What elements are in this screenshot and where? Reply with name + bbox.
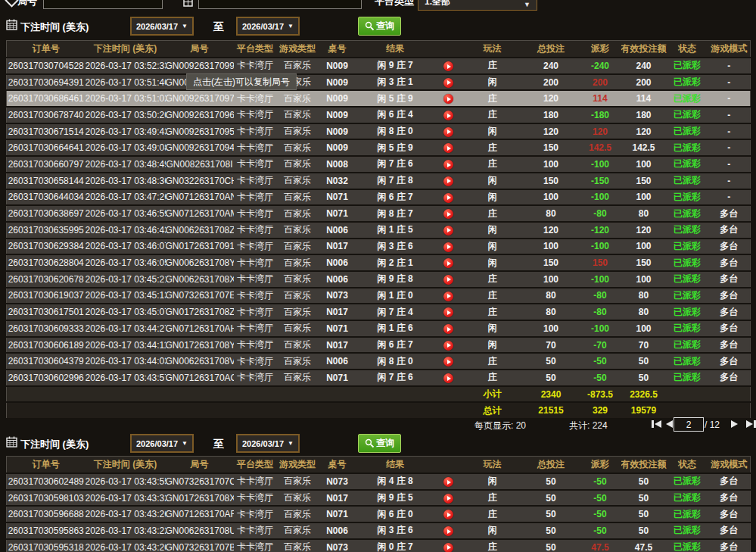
round-id-cell[interactable]: GN01726317091 [166,239,234,255]
replay-icon[interactable] [434,222,462,239]
date-to-select-2[interactable]: 2026/03/17▼ [236,434,300,453]
replay-icon[interactable] [434,490,462,507]
replay-icon[interactable] [434,189,462,206]
round-id-cell[interactable]: GN0082631708I [166,156,234,173]
table-row[interactable]: 2603170305981032026-03-17 03:43:32GN0172… [7,490,751,507]
round-id-cell[interactable]: GN0732631707E [166,288,234,304]
replay-play-icon[interactable] [443,324,453,334]
table-row[interactable]: 2603170305953182026-03-17 03:43:20GN0732… [7,539,751,552]
replay-play-icon[interactable] [443,341,453,351]
replay-icon[interactable] [434,58,462,74]
date-to-select[interactable]: 2026/03/17▼ [236,17,300,36]
round-id-cell[interactable]: GN0172631708Z [166,304,234,320]
replay-play-icon[interactable] [443,61,453,71]
date-from-select[interactable]: 2026/03/17▼ [130,17,194,36]
replay-icon[interactable] [434,254,462,271]
next-page-button[interactable] [731,420,738,428]
replay-icon[interactable] [434,320,462,337]
round-id-cell[interactable]: GN071263170AF [166,506,234,522]
round-id-cell[interactable]: GN0732631707C [166,473,234,490]
round-id-cell[interactable]: GN0172631708X [166,490,234,507]
round-id-cell[interactable]: GN0062631708Z [166,222,234,239]
replay-play-icon[interactable] [443,143,453,153]
prev-page-button[interactable] [666,420,673,428]
replay-icon[interactable] [434,288,462,304]
page-input[interactable] [674,417,704,432]
table-row[interactable]: 2603170306029962026-03-17 03:43:57GN0712… [7,370,751,386]
round-id-cell[interactable]: GN0062631708U [166,522,234,539]
round-id-cell[interactable]: GN071263170AG [166,370,234,386]
table-row[interactable]: 2603170306646412026-03-17 03:49:08GN0092… [7,139,751,156]
replay-icon[interactable] [434,304,462,320]
replay-icon[interactable] [434,74,462,91]
replay-play-icon[interactable] [443,111,453,120]
round-id-cell[interactable]: GN00926317095 [166,123,234,140]
round-id-cell[interactable]: GN071263170AH [166,320,234,337]
replay-icon[interactable] [434,539,462,552]
replay-play-icon[interactable] [443,307,453,317]
round-id-cell[interactable]: GN032263170CH [166,173,234,189]
table-row[interactable]: 2603170306093332026-03-17 03:44:27GN0712… [7,320,751,337]
table-row[interactable]: 2603170306175012026-03-17 03:45:07GN0172… [7,304,751,320]
replay-icon[interactable] [434,107,462,123]
table-row[interactable]: 2603170306864612026-03-17 03:51:02GN0092… [7,90,751,107]
round-id-cell[interactable]: GN0062631708Y [166,254,234,271]
round-id-cell[interactable]: GN0062631708V [166,353,234,370]
search-button[interactable]: 查询 [358,17,401,36]
table-row[interactable]: 2603170306190372026-03-17 03:45:13GN0732… [7,288,751,304]
round-id-cell[interactable]: GN00926317099 [166,58,234,74]
replay-play-icon[interactable] [443,373,453,383]
platform-select[interactable]: 1.全部 ▼ [418,0,537,11]
replay-play-icon[interactable] [443,526,453,536]
replay-play-icon[interactable] [443,242,453,252]
first-page-button[interactable] [652,420,661,428]
table-row[interactable]: 2603170306581442026-03-17 03:48:36GN0322… [7,173,751,189]
table-row[interactable]: 2603170306024892026-03-17 03:43:55GN0732… [7,473,751,490]
replay-icon[interactable] [434,337,462,354]
date-from-select-2[interactable]: 2026/03/17▼ [130,434,194,453]
replay-icon[interactable] [434,173,462,189]
last-page-button[interactable] [746,420,756,428]
replay-play-icon[interactable] [443,78,453,88]
replay-play-icon[interactable] [443,176,453,186]
round-id-cell[interactable]: GN00926317096 [166,107,234,123]
replay-icon[interactable] [434,506,462,522]
replay-play-icon[interactable] [443,258,453,268]
replay-icon[interactable] [434,271,462,288]
round-no-input[interactable] [43,0,163,9]
replay-icon[interactable] [434,353,462,370]
table-row[interactable]: 2603170306061892026-03-17 03:44:11GN0172… [7,337,751,354]
replay-play-icon[interactable] [443,127,453,137]
table-row[interactable]: 2603170306386972026-03-17 03:46:59GN0712… [7,205,751,222]
round-id-cell[interactable]: GN00926317097 [166,90,234,107]
replay-play-icon[interactable] [443,477,453,487]
replay-play-icon[interactable] [443,494,453,504]
replay-play-icon[interactable] [443,275,453,285]
table-row[interactable]: 2603170306607972026-03-17 03:48:49GN0082… [7,156,751,173]
table-row[interactable]: 2603170306293842026-03-17 03:46:07GN0172… [7,239,751,255]
replay-icon[interactable] [434,156,462,173]
round-id-cell[interactable]: GN0062631708X [166,271,234,288]
replay-icon[interactable] [434,123,462,140]
replay-play-icon[interactable] [443,510,453,519]
table-row[interactable]: 2603170305958632026-03-17 03:43:22GN0062… [7,522,751,539]
table-row[interactable]: 2603170306206782026-03-17 03:45:21GN0062… [7,271,751,288]
table-row[interactable]: 2603170306288042026-03-17 03:46:05GN0062… [7,254,751,271]
round-id-cell[interactable]: GN0732631707B [166,539,234,552]
table-row[interactable]: 2603170306787402026-03-17 03:50:20GN0092… [7,107,751,123]
replay-play-icon[interactable] [443,160,453,170]
table-row[interactable]: 2603170306440342026-03-17 03:47:26GN0712… [7,189,751,206]
table-row[interactable]: 2603170306943912026-03-17 03:51:40GN0092… [7,74,751,91]
replay-icon[interactable] [434,370,462,386]
table-row[interactable]: 2603170306043792026-03-17 03:44:03GN0062… [7,353,751,370]
table-row[interactable]: 2603170305966882026-03-17 03:43:26GN0712… [7,506,751,522]
replay-play-icon[interactable] [443,193,453,203]
round-id-cell[interactable]: GN00926317094 [166,139,234,156]
replay-icon[interactable] [434,473,462,490]
replay-icon[interactable] [434,522,462,539]
replay-icon[interactable] [434,205,462,222]
replay-icon[interactable] [434,139,462,156]
round-id-cell[interactable]: GN0172631708Y [166,337,234,354]
replay-icon[interactable] [434,239,462,255]
replay-play-icon[interactable] [443,94,453,104]
